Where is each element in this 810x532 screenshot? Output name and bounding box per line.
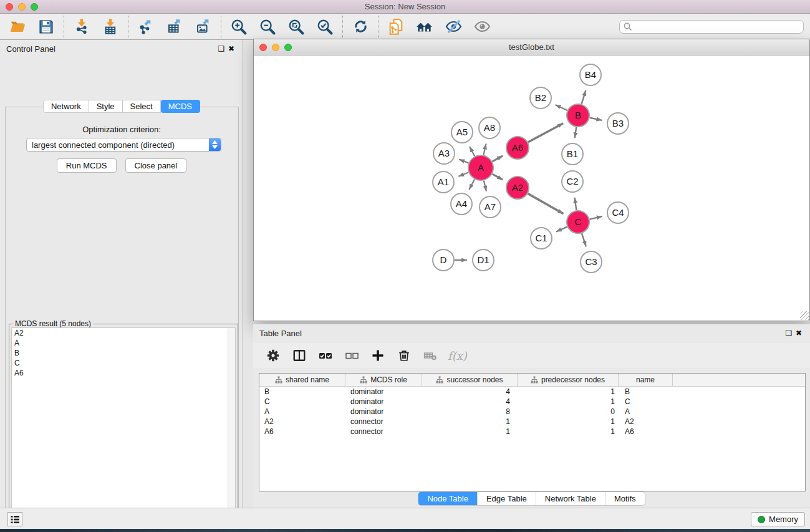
export-image-icon[interactable]	[194, 17, 213, 36]
node-label-B1: B1	[567, 148, 578, 159]
refresh-icon[interactable]	[351, 17, 370, 36]
list-item[interactable]: A	[12, 338, 235, 348]
save-session-icon[interactable]	[37, 17, 55, 36]
zoom-out-icon[interactable]	[258, 17, 277, 36]
edge-A-A5[interactable]	[470, 147, 475, 156]
add-column-icon[interactable]	[369, 347, 387, 364]
export-network-icon[interactable]	[137, 17, 155, 36]
import-table-icon[interactable]	[101, 17, 120, 36]
edge-C-C4[interactable]	[589, 216, 602, 220]
export-table-icon[interactable]	[165, 17, 184, 36]
table-cell: 1	[518, 427, 619, 437]
tab-mcds[interactable]: MCDS	[161, 100, 200, 113]
home-layout-icon[interactable]	[415, 17, 434, 36]
dropdown-spinner-icon	[209, 138, 221, 151]
table-row[interactable]: A2connector11A2	[259, 417, 805, 427]
edge-C-C1[interactable]	[556, 227, 567, 232]
edge-A-A7[interactable]	[484, 180, 486, 191]
result-list-scrollbar[interactable]	[228, 328, 235, 532]
tab-edge-table[interactable]: Edge Table	[477, 492, 536, 505]
run-mcds-button[interactable]: Run MCDS	[57, 158, 117, 173]
list-item[interactable]: A6	[12, 368, 235, 378]
edge-A-A3[interactable]	[459, 159, 468, 163]
list-item[interactable]: A2	[12, 328, 235, 338]
toolbar-search	[619, 20, 804, 34]
edge-B-B4[interactable]	[582, 90, 586, 104]
deselect-all-rows-icon[interactable]	[343, 347, 360, 364]
table-cell: B	[619, 387, 673, 397]
close-panel-button[interactable]: Close panel	[125, 158, 187, 173]
node-label-C1: C1	[535, 233, 547, 243]
column-settings-gear-icon[interactable]	[264, 347, 282, 364]
tab-network-table[interactable]: Network Table	[536, 492, 605, 505]
column-header-successor-nodes[interactable]: successor nodes	[422, 374, 518, 386]
tab-motifs[interactable]: Motifs	[605, 492, 645, 505]
task-history-button[interactable]	[7, 512, 22, 526]
column-header-shared-name[interactable]: shared name	[259, 374, 345, 386]
close-table-panel-icon[interactable]: ✖	[794, 328, 804, 338]
edge-C-C3[interactable]	[582, 233, 586, 246]
network-canvas[interactable]: B4B2BB3A8A5A6A3B1AC2A1A2A4A7C4CC1DD1C3	[254, 56, 809, 321]
main-toolbar	[0, 14, 810, 40]
column-type-icon	[275, 376, 282, 384]
table-cell: A	[619, 407, 673, 417]
edge-B-B1[interactable]	[575, 127, 577, 138]
optimization-criterion-label: Optimization criterion:	[0, 125, 243, 134]
table-cell: A2	[619, 417, 673, 427]
edge-A-A4[interactable]	[469, 180, 475, 190]
node-label-C4: C4	[612, 207, 624, 218]
zoom-fit-icon[interactable]	[287, 17, 306, 36]
table-row[interactable]: Bdominator41B	[259, 387, 805, 397]
table-row[interactable]: Adominator80A	[259, 407, 805, 417]
column-type-icon	[360, 376, 367, 384]
mcds-result-title: MCDS result (5 nodes)	[13, 319, 93, 328]
edge-A-A6[interactable]	[492, 156, 503, 162]
delete-table-icon[interactable]	[422, 347, 439, 364]
function-builder-icon[interactable]: f(x)	[448, 349, 467, 362]
search-input[interactable]	[633, 21, 803, 32]
window-resize-grip[interactable]	[800, 311, 809, 320]
edge-A-A8[interactable]	[483, 143, 486, 155]
list-item[interactable]: B	[12, 348, 235, 358]
memory-button[interactable]: Memory	[751, 512, 805, 526]
node-label-B: B	[575, 110, 581, 120]
show-graphics-details-icon[interactable]	[473, 17, 491, 36]
edge-C-C2[interactable]	[575, 198, 577, 210]
table-row[interactable]: A6connector11A6	[259, 427, 805, 437]
column-header-mcds-role[interactable]: MCDS role	[345, 374, 422, 386]
select-all-rows-icon[interactable]	[317, 347, 334, 364]
mcds-result-list: A2ABCA6	[11, 327, 236, 532]
list-item[interactable]: C	[12, 358, 235, 368]
tab-style[interactable]: Style	[89, 100, 123, 113]
delete-column-icon[interactable]	[395, 347, 413, 364]
edge-A2-C[interactable]	[528, 193, 564, 213]
show-columns-icon[interactable]	[291, 347, 308, 364]
float-table-panel-icon[interactable]: ❑	[784, 328, 794, 338]
control-panel: Control Panel ❑ ✖ NetworkStyleSelectMCDS…	[0, 40, 243, 508]
column-header-label: shared name	[286, 375, 329, 384]
column-header-label: successor nodes	[446, 375, 503, 384]
hide-graphics-details-icon[interactable]	[444, 17, 463, 36]
column-header-name[interactable]: name	[619, 374, 673, 386]
edge-B-B3[interactable]	[590, 118, 602, 120]
tab-network[interactable]: Network	[43, 100, 89, 113]
float-panel-icon[interactable]: ❑	[216, 44, 226, 54]
node-label-A7: A7	[485, 201, 496, 212]
node-label-B3: B3	[612, 118, 624, 128]
zoom-in-icon[interactable]	[229, 17, 248, 36]
optimization-criterion-dropdown[interactable]: largest connected component (directed)	[26, 138, 221, 152]
tab-select[interactable]: Select	[123, 100, 161, 113]
open-folder-icon[interactable]	[8, 17, 27, 36]
edge-A-A2[interactable]	[492, 174, 503, 180]
edge-A6-B[interactable]	[528, 123, 563, 142]
table-row[interactable]: Cdominator41C	[259, 397, 805, 407]
edge-B-B2[interactable]	[556, 105, 567, 110]
zoom-selected-icon[interactable]	[316, 17, 334, 36]
tab-node-table[interactable]: Node Table	[418, 492, 477, 505]
edge-A-A1[interactable]	[458, 173, 468, 177]
import-network-icon[interactable]	[72, 17, 91, 36]
table-cell: 1	[518, 417, 619, 427]
column-header-predecessor-nodes[interactable]: predecessor nodes	[518, 374, 619, 386]
duplicate-network-view-icon[interactable]	[387, 17, 405, 36]
close-panel-icon[interactable]: ✖	[226, 44, 236, 54]
